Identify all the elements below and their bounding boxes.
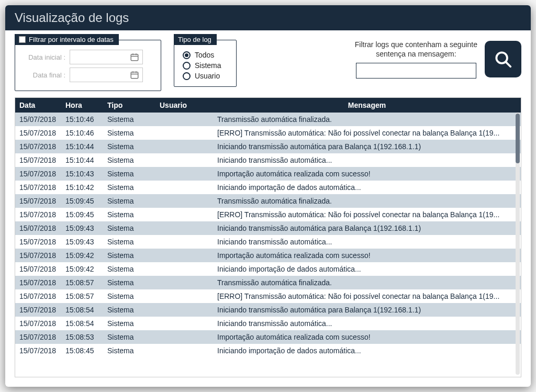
cell-tipo: Sistema bbox=[103, 126, 155, 140]
cell-tipo: Sistema bbox=[103, 140, 155, 153]
col-data[interactable]: Data bbox=[15, 98, 61, 113]
date-filter-legend: Filtrar por intervalo de datas bbox=[15, 34, 119, 45]
cell-data: 15/07/2018 bbox=[15, 235, 61, 249]
table-row[interactable]: 15/07/201815:10:43SistemaImportação auto… bbox=[15, 167, 521, 181]
cell-data: 15/07/2018 bbox=[15, 317, 61, 330]
cell-usuario bbox=[155, 317, 213, 330]
cell-hora: 15:10:43 bbox=[61, 167, 103, 181]
message-filter-input[interactable] bbox=[356, 63, 476, 79]
table-row[interactable]: 15/07/201815:09:43SistemaIniciando trans… bbox=[15, 235, 521, 249]
table-row[interactable]: 15/07/201815:08:57SistemaTransmissão aut… bbox=[15, 276, 521, 289]
date-filter-checkbox[interactable] bbox=[19, 36, 26, 43]
end-date-label: Data final : bbox=[24, 71, 65, 79]
cell-tipo: Sistema bbox=[103, 208, 155, 221]
cell-tipo: Sistema bbox=[103, 113, 155, 126]
log-viewer-window: Visualização de logs Filtrar por interva… bbox=[5, 5, 531, 387]
cell-tipo: Sistema bbox=[103, 344, 155, 357]
cell-data: 15/07/2018 bbox=[15, 194, 61, 208]
cell-hora: 15:09:45 bbox=[61, 194, 103, 208]
cell-data: 15/07/2018 bbox=[15, 330, 61, 344]
start-date-label: Data inicial : bbox=[24, 53, 65, 61]
cell-tipo: Sistema bbox=[103, 167, 155, 181]
radio-outer-icon bbox=[183, 62, 191, 70]
calendar-icon bbox=[130, 52, 139, 62]
scrollbar[interactable] bbox=[516, 113, 520, 375]
cell-data: 15/07/2018 bbox=[15, 181, 61, 194]
filter-bar: Filtrar por intervalo de datas Data inic… bbox=[5, 30, 531, 97]
cell-data: 15/07/2018 bbox=[15, 289, 61, 303]
table-row[interactable]: 15/07/201815:09:42SistemaIniciando impor… bbox=[15, 262, 521, 276]
col-tipo[interactable]: Tipo bbox=[103, 98, 155, 113]
radio-sistema[interactable]: Sistema bbox=[183, 60, 228, 71]
cell-tipo: Sistema bbox=[103, 249, 155, 262]
col-mensagem[interactable]: Mensagem bbox=[213, 98, 521, 113]
cell-hora: 15:09:45 bbox=[61, 208, 103, 221]
radio-label: Todos bbox=[195, 51, 214, 59]
cell-tipo: Sistema bbox=[103, 289, 155, 303]
start-date-input[interactable] bbox=[70, 50, 143, 64]
msg-filter-label-1: Filtrar logs que contenham a seguinte bbox=[355, 40, 477, 49]
cell-tipo: Sistema bbox=[103, 221, 155, 235]
table-header-row: Data Hora Tipo Usuario Mensagem bbox=[15, 98, 521, 113]
search-button[interactable] bbox=[485, 41, 521, 77]
table-row[interactable]: 15/07/201815:09:45SistemaTransmissão aut… bbox=[15, 194, 521, 208]
scrollbar-thumb[interactable] bbox=[516, 114, 520, 163]
window-title: Visualização de logs bbox=[15, 10, 129, 25]
table-row[interactable]: 15/07/201815:09:45Sistema[ERRO] Transmis… bbox=[15, 208, 521, 221]
cell-hora: 15:09:43 bbox=[61, 235, 103, 249]
col-usuario[interactable]: Usuario bbox=[155, 98, 213, 113]
table-row[interactable]: 15/07/201815:10:44SistemaIniciando trans… bbox=[15, 153, 521, 167]
cell-data: 15/07/2018 bbox=[15, 126, 61, 140]
cell-mensagem: Importação automática realizada com suce… bbox=[213, 249, 521, 262]
calendar-icon bbox=[130, 70, 139, 80]
table-row[interactable]: 15/07/201815:10:42SistemaIniciando impor… bbox=[15, 181, 521, 194]
cell-mensagem: [ERRO] Transmissão automática: Não foi p… bbox=[213, 289, 521, 303]
cell-usuario bbox=[155, 262, 213, 276]
cell-mensagem: [ERRO] Transmissão automática: Não foi p… bbox=[213, 208, 521, 221]
radio-label: Sistema bbox=[195, 61, 221, 70]
table-row[interactable]: 15/07/201815:10:46SistemaTransmissão aut… bbox=[15, 113, 521, 126]
cell-hora: 15:08:53 bbox=[61, 330, 103, 344]
table-row[interactable]: 15/07/201815:09:43SistemaIniciando trans… bbox=[15, 221, 521, 235]
type-radio-group: TodosSistemaUsuario bbox=[183, 50, 228, 81]
cell-data: 15/07/2018 bbox=[15, 167, 61, 181]
table-row[interactable]: 15/07/201815:08:54SistemaIniciando trans… bbox=[15, 317, 521, 330]
radio-inner-icon bbox=[185, 53, 188, 57]
radio-todos[interactable]: Todos bbox=[183, 50, 228, 60]
cell-hora: 15:10:44 bbox=[61, 140, 103, 153]
cell-hora: 15:09:42 bbox=[61, 262, 103, 276]
cell-usuario bbox=[155, 208, 213, 221]
radio-label: Usuario bbox=[195, 72, 220, 80]
cell-usuario bbox=[155, 153, 213, 167]
date-filter-group: Filtrar por intervalo de datas Data inic… bbox=[15, 40, 161, 91]
table-row[interactable]: 15/07/201815:10:44SistemaIniciando trans… bbox=[15, 140, 521, 153]
cell-tipo: Sistema bbox=[103, 262, 155, 276]
col-hora[interactable]: Hora bbox=[61, 98, 103, 113]
radio-outer-icon bbox=[183, 72, 191, 80]
type-filter-legend-text: Tipo de log bbox=[178, 36, 211, 43]
cell-mensagem: Importação automática realizada com suce… bbox=[213, 167, 521, 181]
cell-hora: 15:10:46 bbox=[61, 113, 103, 126]
table-row[interactable]: 15/07/201815:08:45SistemaIniciando impor… bbox=[15, 344, 521, 357]
cell-hora: 15:10:42 bbox=[61, 181, 103, 194]
cell-data: 15/07/2018 bbox=[15, 262, 61, 276]
cell-mensagem: Transmissão automática finalizada. bbox=[213, 113, 521, 126]
cell-tipo: Sistema bbox=[103, 153, 155, 167]
cell-mensagem: Iniciando transmissão automática... bbox=[213, 317, 521, 330]
cell-tipo: Sistema bbox=[103, 303, 155, 317]
cell-hora: 15:10:44 bbox=[61, 153, 103, 167]
cell-data: 15/07/2018 bbox=[15, 153, 61, 167]
table-row[interactable]: 15/07/201815:09:42SistemaImportação auto… bbox=[15, 249, 521, 262]
cell-mensagem: Iniciando transmissão automática... bbox=[213, 235, 521, 249]
cell-usuario bbox=[155, 113, 213, 126]
cell-usuario bbox=[155, 276, 213, 289]
table-row[interactable]: 15/07/201815:10:46Sistema[ERRO] Transmis… bbox=[15, 126, 521, 140]
cell-usuario bbox=[155, 126, 213, 140]
radio-usuario[interactable]: Usuario bbox=[183, 71, 228, 81]
table-row[interactable]: 15/07/201815:08:54SistemaIniciando trans… bbox=[15, 303, 521, 317]
cell-tipo: Sistema bbox=[103, 317, 155, 330]
cell-hora: 15:08:45 bbox=[61, 344, 103, 357]
table-row[interactable]: 15/07/201815:08:57Sistema[ERRO] Transmis… bbox=[15, 289, 521, 303]
table-row[interactable]: 15/07/201815:08:53SistemaImportação auto… bbox=[15, 330, 521, 344]
end-date-input[interactable] bbox=[70, 68, 143, 82]
